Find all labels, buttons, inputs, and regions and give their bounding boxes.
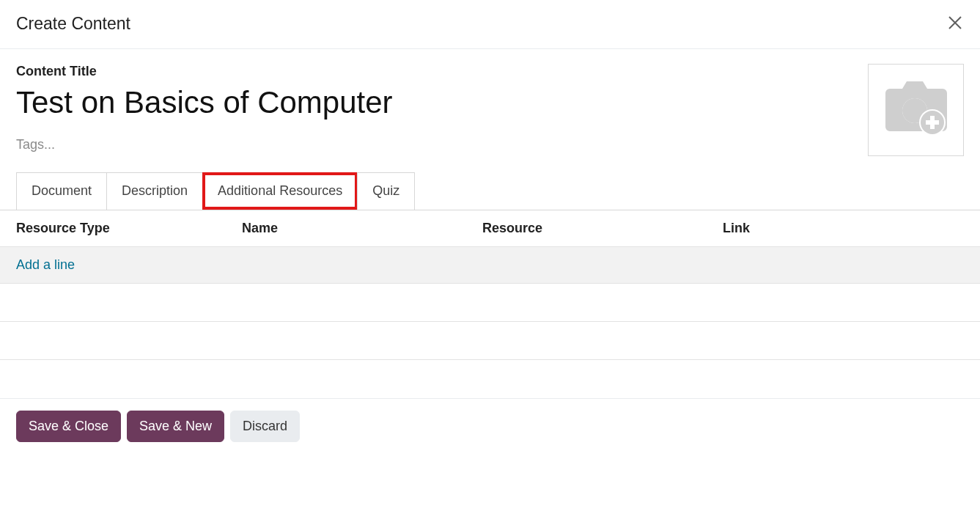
content-title-input[interactable] bbox=[16, 82, 853, 127]
content-title-label: Content Title bbox=[16, 64, 853, 79]
table-row bbox=[0, 360, 980, 398]
discard-button[interactable]: Discard bbox=[230, 411, 300, 442]
col-link: Link bbox=[723, 221, 964, 236]
title-area: Content Title bbox=[16, 64, 853, 152]
table-row bbox=[0, 284, 980, 322]
tab-document[interactable]: Document bbox=[16, 172, 107, 210]
table-row bbox=[0, 322, 980, 360]
close-button[interactable] bbox=[946, 13, 964, 34]
tags-input[interactable] bbox=[16, 137, 236, 152]
title-row: Content Title bbox=[16, 64, 964, 156]
modal-body: Content Title Document Description Addit bbox=[0, 49, 980, 210]
modal-header: Create Content bbox=[0, 0, 980, 49]
modal-title: Create Content bbox=[16, 14, 130, 34]
close-icon bbox=[948, 12, 962, 34]
save-close-button[interactable]: Save & Close bbox=[16, 411, 121, 442]
col-name: Name bbox=[242, 221, 482, 236]
svg-rect-5 bbox=[926, 120, 939, 125]
modal-footer: Save & Close Save & New Discard bbox=[0, 398, 980, 455]
tabs: Document Description Additional Resource… bbox=[16, 172, 964, 210]
camera-add-icon bbox=[883, 80, 950, 140]
table-header-row: Resource Type Name Resource Link bbox=[0, 210, 980, 246]
add-line-link[interactable]: Add a line bbox=[16, 257, 75, 272]
tab-quiz[interactable]: Quiz bbox=[357, 172, 415, 210]
tab-description[interactable]: Description bbox=[106, 172, 203, 210]
add-line-row: Add a line bbox=[0, 246, 980, 284]
image-upload[interactable] bbox=[868, 64, 964, 156]
resources-table: Resource Type Name Resource Link Add a l… bbox=[0, 210, 980, 398]
col-resource-type: Resource Type bbox=[16, 221, 242, 236]
tab-additional-resources[interactable]: Additional Resources bbox=[202, 172, 358, 210]
save-new-button[interactable]: Save & New bbox=[127, 411, 224, 442]
col-resource: Resource bbox=[482, 221, 723, 236]
